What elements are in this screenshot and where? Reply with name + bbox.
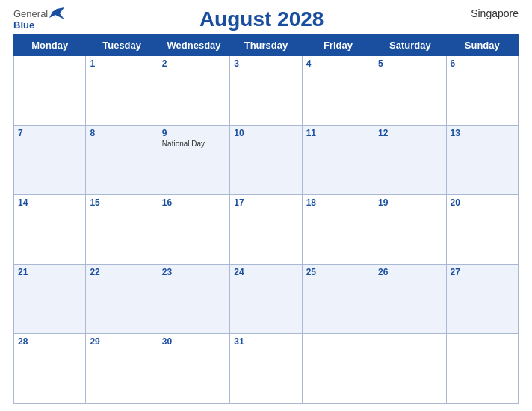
- day-number: 4: [306, 58, 370, 69]
- day-number: 14: [18, 197, 81, 208]
- weekday-tuesday: Tuesday: [86, 35, 158, 56]
- calendar-cell: 31: [230, 334, 302, 404]
- calendar-cell: 8: [86, 126, 158, 195]
- logo-blue-text: Blue: [13, 19, 34, 31]
- calendar-cell: 15: [86, 195, 158, 265]
- calendar-cell: 1: [86, 56, 158, 126]
- day-number: 28: [18, 336, 81, 347]
- day-number: 16: [162, 197, 226, 208]
- day-number: 31: [234, 336, 297, 347]
- calendar-cell: 24: [230, 265, 302, 334]
- weekday-friday: Friday: [302, 35, 374, 56]
- calendar-cell: 2: [158, 56, 229, 126]
- calendar-cell: 11: [302, 126, 374, 195]
- day-number: 1: [90, 58, 153, 69]
- calendar-cell: 14: [14, 195, 86, 265]
- weekday-sunday: Sunday: [446, 35, 518, 56]
- week-row-3: 14151617181920: [14, 195, 519, 265]
- calendar-cell: 23: [158, 265, 229, 334]
- calendar-cell: 25: [302, 265, 374, 334]
- day-number: 11: [306, 128, 370, 138]
- day-number: 15: [90, 197, 153, 208]
- calendar-cell: 20: [446, 195, 518, 265]
- calendar-cell: 3: [230, 56, 302, 126]
- day-number: 2: [162, 58, 226, 69]
- calendar-cell: 9National Day: [158, 126, 229, 195]
- day-number: 24: [234, 267, 297, 277]
- calendar-cell: 4: [302, 56, 374, 126]
- day-number: 8: [90, 128, 153, 138]
- logo-area: General Blue: [13, 7, 64, 31]
- week-row-5: 28293031: [14, 334, 519, 404]
- day-number: 25: [306, 267, 370, 277]
- calendar-cell: 10: [230, 126, 302, 195]
- day-number: 20: [451, 197, 514, 208]
- calendar-cell: [446, 334, 518, 404]
- week-row-4: 21222324252627: [14, 265, 519, 334]
- calendar-cell: [374, 334, 446, 404]
- day-number: 23: [162, 267, 226, 277]
- calendar-cell: 26: [374, 265, 446, 334]
- calendar-cell: 6: [446, 56, 518, 126]
- calendar-cell: 13: [446, 126, 518, 195]
- calendar-cell: 7: [14, 126, 86, 195]
- logo-bird-icon: [49, 7, 64, 19]
- calendar-cell: 12: [374, 126, 446, 195]
- day-number: 10: [234, 128, 297, 138]
- day-number: 5: [378, 58, 442, 69]
- calendar-cell: 21: [14, 265, 86, 334]
- svg-marker-0: [49, 7, 64, 19]
- day-number: 19: [378, 197, 442, 208]
- calendar-cell: 29: [86, 334, 158, 404]
- weekday-wednesday: Wednesday: [158, 35, 229, 56]
- day-number: 7: [18, 128, 81, 138]
- calendar-cell: [14, 56, 86, 126]
- weekday-header-row: Monday Tuesday Wednesday Thursday Friday…: [14, 35, 519, 56]
- day-number: 17: [234, 197, 297, 208]
- day-number: 21: [18, 267, 81, 277]
- day-number: 30: [162, 336, 226, 347]
- day-number: 3: [234, 58, 297, 69]
- calendar-table: Monday Tuesday Wednesday Thursday Friday…: [13, 34, 519, 404]
- logo-general-text: General: [13, 8, 48, 19]
- calendar-cell: 27: [446, 265, 518, 334]
- day-number: 18: [306, 197, 370, 208]
- calendar-cell: 5: [374, 56, 446, 126]
- day-number: 12: [378, 128, 442, 138]
- day-number: 27: [451, 267, 514, 277]
- weekday-saturday: Saturday: [374, 35, 446, 56]
- calendar-cell: 16: [158, 195, 229, 265]
- country-label: Singapore: [459, 7, 519, 19]
- calendar-cell: [302, 334, 374, 404]
- calendar-cell: 22: [86, 265, 158, 334]
- week-row-2: 789National Day10111213: [14, 126, 519, 195]
- calendar-cell: 17: [230, 195, 302, 265]
- day-number: 29: [90, 336, 153, 347]
- calendar-cell: 18: [302, 195, 374, 265]
- day-number: 9: [162, 128, 226, 138]
- day-number: 22: [90, 267, 153, 277]
- calendar-header: General Blue August 2028 Singapore: [13, 7, 519, 31]
- calendar-cell: 30: [158, 334, 229, 404]
- weekday-thursday: Thursday: [230, 35, 302, 56]
- day-number: 6: [451, 58, 514, 69]
- day-number: 26: [378, 267, 442, 277]
- day-number: 13: [451, 128, 514, 138]
- holiday-label: National Day: [162, 140, 226, 148]
- calendar-cell: 19: [374, 195, 446, 265]
- calendar-cell: 28: [14, 334, 86, 404]
- week-row-1: 123456: [14, 56, 519, 126]
- weekday-monday: Monday: [14, 35, 86, 56]
- calendar-title: August 2028: [64, 7, 459, 31]
